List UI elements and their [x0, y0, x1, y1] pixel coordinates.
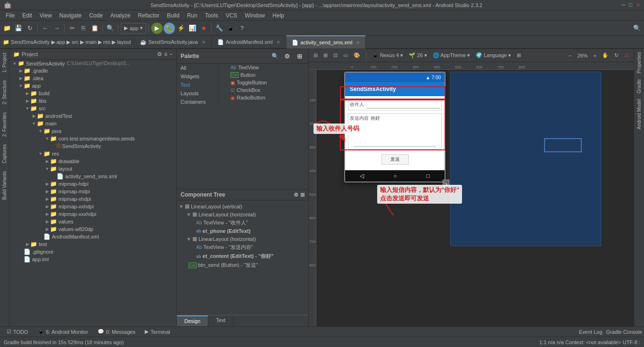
tree-item-mipmap-hdpi[interactable]: ▶ 📁 mipmap-hdpi — [9, 180, 176, 188]
btab-messages[interactable]: 💬 0: Messages — [93, 328, 140, 336]
tree-item-test[interactable]: ▶ 📁 test — [9, 240, 176, 248]
menu-item-analyze[interactable]: Analyze — [107, 11, 134, 20]
close-btn[interactable]: ✕ — [636, 2, 640, 8]
preview-refresh-icon[interactable]: ↻ — [612, 51, 620, 59]
palette-item-textview[interactable]: Ab TextView — [219, 64, 308, 71]
vtab-favorites[interactable]: 2: Favorites — [0, 108, 9, 140]
palette-settings-icon[interactable]: ⚙ — [282, 51, 292, 61]
close-tab-java[interactable]: ✕ — [202, 40, 206, 45]
btab-terminal[interactable]: ▶ Terminal — [140, 328, 175, 336]
palette-item-radiobutton[interactable]: ◉ RadioButton — [219, 94, 308, 101]
preview-zoom-out[interactable]: − — [567, 52, 573, 59]
toolbar-paste-btn[interactable]: 📋 — [90, 23, 100, 33]
run-config-dropdown[interactable]: ▶app▾ — [121, 23, 146, 33]
tree-item-mipmap-xxxhdpi[interactable]: ▶ 📁 mipmap-xxxhdpi — [9, 210, 176, 218]
tree-item-src[interactable]: ▼ 📁 src — [9, 105, 176, 112]
attach-btn[interactable]: ⚡ — [176, 23, 186, 33]
ct-expand-icon[interactable]: ⊞ — [300, 192, 305, 198]
menu-item-navigate[interactable]: Navigate — [56, 11, 85, 20]
preview-zoom-in[interactable]: + — [592, 52, 598, 59]
text-tab[interactable]: Text — [208, 315, 233, 326]
menu-item-refactor[interactable]: Refactor — [134, 11, 163, 20]
palette-search-icon[interactable]: 🔍 — [270, 51, 280, 61]
ct-textview-recipient[interactable]: Ab TextView - "收件人" — [177, 218, 308, 227]
file-tab-sendsms-java[interactable]: ☕ SendSmsActivity.java ✕ — [134, 35, 212, 49]
design-tab[interactable]: Design — [177, 315, 208, 326]
vtab-build-variants[interactable]: Build Variants — [0, 167, 9, 204]
global-search-btn[interactable]: 🔍 — [632, 23, 642, 33]
preview-theme-select[interactable]: 🌐 AppTheme ▾ — [431, 51, 472, 59]
toolbar-save-btn[interactable]: 💾 — [13, 23, 24, 33]
preview-multi-icon[interactable]: ⊞ — [515, 51, 523, 59]
tree-item-.idea[interactable]: ▶ 📁 .idea — [9, 74, 176, 82]
menu-item-help[interactable]: Help — [269, 11, 288, 20]
phone-send-button[interactable]: 发送 — [381, 154, 409, 165]
menu-item-code[interactable]: Code — [85, 11, 107, 20]
preview-device-icon[interactable]: ⊞ — [322, 51, 330, 59]
palette-cat-widgets[interactable]: Widgets — [177, 72, 219, 81]
ct-edittext-phone[interactable]: ab et_phone (EditText) — [177, 227, 308, 235]
tree-item-build[interactable]: ▶ 📁 build — [9, 90, 176, 97]
palette-expand-icon[interactable]: ⊞ — [294, 51, 305, 61]
tree-root[interactable]: ▼ 📁 SendSmsActivity C:\Users\LUTiger\Des… — [9, 60, 176, 67]
run-btn[interactable]: ▶ — [151, 23, 163, 34]
palette-item-checkbox[interactable]: ☑ CheckBox — [219, 86, 308, 94]
vtab-structure[interactable]: 2: Structure — [0, 76, 9, 108]
tree-item-drawable[interactable]: ▶ 📁 drawable — [9, 157, 176, 165]
nav-home-icon[interactable]: ○ — [394, 173, 397, 179]
toolbar-sync-btn[interactable]: ↻ — [25, 23, 35, 33]
menu-item-vcs[interactable]: VCS — [222, 11, 241, 20]
preview-landscape-icon[interactable]: ▭ — [341, 51, 350, 59]
vtab-project[interactable]: 1: Project — [0, 49, 9, 76]
minimize-btn[interactable]: ─ — [622, 2, 626, 8]
preview-theme-icon[interactable]: 🎨 — [352, 51, 362, 59]
tree-item-.gradle[interactable]: ▶ 📁 .gradle — [9, 67, 176, 74]
preview-language-select[interactable]: 🌍 Language ▾ — [474, 51, 513, 59]
menu-item-build[interactable]: Build — [163, 11, 183, 20]
toolbar-fwd-btn[interactable]: → — [51, 23, 62, 33]
nav-recent-icon[interactable]: □ — [427, 173, 430, 179]
btab-android-monitor[interactable]: 📱 6: Android Monitor — [33, 328, 93, 336]
menu-item-window[interactable]: Window — [241, 11, 269, 20]
menu-item-file[interactable]: File — [2, 11, 18, 20]
preview-api-select[interactable]: 🌱 26 ▾ — [407, 51, 429, 59]
help-btn[interactable]: ? — [237, 23, 247, 33]
palette-cat-layouts[interactable]: Layouts — [177, 89, 219, 98]
toolbar-cut-btn[interactable]: ✂ — [67, 23, 77, 33]
preview-pan-icon[interactable]: ✋ — [600, 51, 611, 59]
ct-linear-horiz-1[interactable]: ▼ ▦ LinearLayout (horizontal) — [177, 210, 308, 218]
palette-cat-text[interactable]: Text — [177, 81, 219, 89]
tree-item-values-w820dp[interactable]: ▶ 📁 values-w820dp — [9, 225, 176, 233]
tree-item-libs[interactable]: ▶ 📁 libs — [9, 97, 176, 105]
tree-item-res[interactable]: ▼ 📁 res — [9, 150, 176, 157]
toolbar-project-btn[interactable]: 📁 — [2, 23, 12, 33]
vtab-captures[interactable]: Captures — [0, 140, 9, 167]
preview-layout-icon[interactable]: ⊟ — [312, 51, 320, 59]
palette-item-button[interactable]: OK Button — [219, 71, 308, 79]
tree-item-values[interactable]: ▶ 📁 values — [9, 218, 176, 225]
close-tab-manifest[interactable]: ✕ — [276, 40, 280, 45]
menu-item-tools[interactable]: Tools — [201, 11, 222, 20]
ct-settings-icon[interactable]: ⚙ — [294, 192, 298, 198]
tree-item-java[interactable]: ▼ 📁 java — [9, 127, 176, 135]
tree-item-activity_send_sms.xml[interactable]: 📄 activity_send_sms.xml — [9, 173, 176, 180]
file-tab-xml[interactable]: 📄 activity_send_sms.xml ✕ — [286, 35, 366, 49]
close-tab-xml[interactable]: ✕ — [356, 40, 360, 45]
ct-linear-vertical[interactable]: ▼ ▦ LinearLayout (vertical) — [177, 202, 308, 210]
project-selector[interactable]: Project — [22, 51, 155, 57]
avd-btn[interactable]: 📱 — [225, 23, 236, 33]
tree-item-layout[interactable]: ▼ 📁 layout — [9, 165, 176, 173]
nav-back-icon[interactable]: ◁ — [360, 173, 364, 179]
preview-portrait-icon[interactable]: ⊡ — [331, 51, 339, 59]
tree-item-mipmap-mdpi[interactable]: ▶ 📁 mipmap-mdpi — [9, 188, 176, 195]
toolbar-back-btn[interactable]: ← — [40, 23, 50, 33]
tree-item-com.test.smsmangerdemo.sends[interactable]: ▼ 📁 com.test.smsmangerdemo.sends — [9, 135, 176, 142]
menu-item-view[interactable]: View — [36, 11, 56, 20]
tree-item-app.iml[interactable]: 📄 app.iml — [9, 256, 176, 263]
debug-btn[interactable]: 🐛 — [164, 23, 175, 34]
project-header-icon1[interactable]: ⚙ — [157, 51, 162, 58]
ct-textview-msg[interactable]: Ab TextView - "发送内容" — [177, 243, 308, 252]
properties-tab[interactable]: Properties — [635, 49, 644, 76]
event-log-link[interactable]: Event Log — [579, 329, 603, 335]
ct-btn-send[interactable]: OK btn_send (Button) - "发送" — [177, 261, 308, 270]
